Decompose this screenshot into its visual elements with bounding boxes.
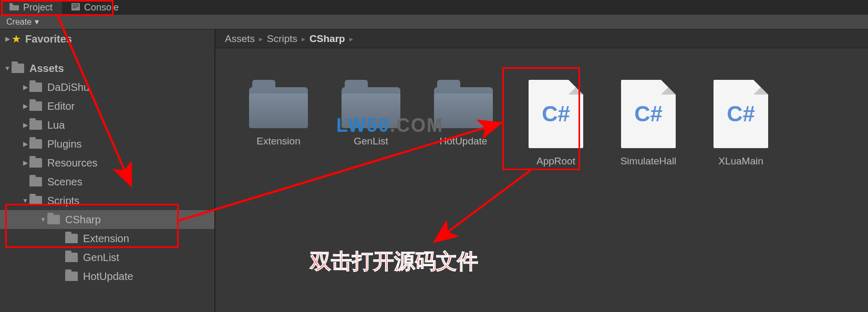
- folder-icon: [29, 158, 42, 168]
- tree-item-editor[interactable]: ▶ Editor: [0, 97, 214, 116]
- folder-icon: [434, 80, 493, 128]
- tree-item-scripts[interactable]: ▼ Scripts: [0, 191, 214, 210]
- folder-icon: [29, 196, 42, 205]
- tree-label: CSharp: [65, 214, 101, 226]
- breadcrumb-scripts[interactable]: Scripts: [267, 33, 297, 45]
- tree-label: Scripts: [47, 195, 79, 207]
- breadcrumb-label: CSharp: [309, 33, 345, 45]
- svg-rect-2: [73, 6, 79, 7]
- favorites-label: Favorites: [25, 33, 72, 45]
- tree-item-genlist[interactable]: GenList: [0, 248, 214, 267]
- create-label: Create: [6, 17, 32, 27]
- tab-console-label: Console: [84, 2, 119, 13]
- panel-tabs: Project Console: [0, 0, 868, 15]
- grid-file-approot[interactable]: C# AppRoot: [522, 80, 590, 167]
- toolbar: Create ▾: [0, 15, 868, 29]
- grid-label: HotUpdate: [440, 136, 488, 147]
- folder-icon: [65, 253, 78, 262]
- expand-icon[interactable]: ▶: [21, 159, 29, 167]
- tree-item-scenes[interactable]: Scenes: [0, 172, 214, 191]
- folder-icon: [9, 2, 19, 13]
- tree-label: DaDiShu: [47, 81, 89, 93]
- grid-file-xluamain[interactable]: C# XLuaMain: [707, 80, 774, 167]
- csharp-file-icon: C#: [621, 80, 676, 148]
- folder-icon: [29, 139, 42, 149]
- tree-label: Extension: [83, 233, 129, 245]
- tree-label: Scenes: [47, 176, 82, 188]
- cs-symbol: C#: [634, 101, 663, 127]
- folder-icon: [342, 80, 400, 128]
- create-dropdown[interactable]: Create ▾: [6, 17, 39, 27]
- chevron-right-icon: ▸: [259, 35, 263, 43]
- breadcrumb: Assets ▸ Scripts ▸ CSharp ▸: [215, 29, 868, 48]
- tree-item-hotupdate[interactable]: HotUpdate: [0, 267, 214, 286]
- tree-label: Resources: [47, 157, 98, 169]
- expand-icon[interactable]: ▶: [21, 102, 29, 110]
- breadcrumb-assets[interactable]: Assets: [225, 33, 255, 45]
- tree-item-plugins[interactable]: ▶ Plugins: [0, 134, 214, 153]
- grid-label: GenList: [354, 136, 388, 147]
- svg-rect-1: [73, 4, 79, 5]
- expand-icon[interactable]: ▼: [3, 65, 12, 72]
- tab-project[interactable]: Project: [0, 0, 62, 15]
- project-tree: ▶ ★ Favorites ▼ Assets ▶ DaDiShu ▶ Edito…: [0, 29, 215, 312]
- content-panel: Assets ▸ Scripts ▸ CSharp ▸ Extension Ge…: [215, 29, 868, 312]
- tree-item-lua[interactable]: ▶ Lua: [0, 116, 214, 134]
- grid-folder-hotupdate[interactable]: HotUpdate: [430, 80, 497, 167]
- folder-icon: [29, 120, 42, 130]
- assets-label: Assets: [29, 63, 64, 75]
- tree-item-resources[interactable]: ▶ Resources: [0, 153, 214, 172]
- tree-assets[interactable]: ▼ Assets: [0, 59, 214, 78]
- tree-item-csharp[interactable]: ▼ CSharp: [0, 210, 214, 229]
- console-icon: [71, 2, 80, 13]
- asset-grid: Extension GenList HotUpdate C# AppRoot C…: [215, 48, 868, 199]
- grid-file-simulatehall[interactable]: C# SimulateHall: [615, 80, 682, 167]
- svg-rect-3: [73, 7, 77, 8]
- tree-label: HotUpdate: [83, 271, 133, 283]
- folder-icon: [12, 64, 24, 73]
- cs-symbol: C#: [727, 101, 755, 127]
- grid-label: XLuaMain: [718, 155, 763, 167]
- tree-label: GenList: [83, 252, 119, 264]
- tab-console[interactable]: Console: [62, 0, 128, 15]
- folder-icon: [47, 215, 60, 224]
- tree-label: Lua: [47, 119, 65, 131]
- chevron-right-icon: ▸: [302, 35, 305, 43]
- folder-icon: [249, 80, 308, 128]
- breadcrumb-label: Scripts: [267, 33, 297, 45]
- chevron-down-icon: ▾: [35, 17, 39, 27]
- folder-icon: [29, 101, 42, 111]
- csharp-file-icon: C#: [529, 80, 583, 148]
- grid-label: SimulateHall: [621, 155, 677, 167]
- expand-icon[interactable]: ▼: [21, 197, 29, 204]
- folder-icon: [29, 82, 42, 92]
- tab-project-label: Project: [23, 2, 53, 13]
- folder-icon: [29, 177, 42, 186]
- grid-folder-extension[interactable]: Extension: [245, 80, 312, 167]
- expand-icon[interactable]: ▶: [21, 84, 29, 91]
- tree-item-dadishu[interactable]: ▶ DaDiShu: [0, 78, 214, 97]
- expand-icon[interactable]: ▶: [21, 140, 29, 148]
- tree-item-extension[interactable]: Extension: [0, 229, 214, 248]
- expand-icon[interactable]: ▶: [21, 121, 29, 129]
- expand-icon[interactable]: ▶: [3, 35, 12, 43]
- tree-favorites[interactable]: ▶ ★ Favorites: [0, 29, 214, 48]
- folder-icon: [65, 234, 78, 243]
- star-icon: ★: [12, 33, 21, 45]
- folder-icon: [65, 272, 78, 281]
- cs-symbol: C#: [542, 101, 570, 127]
- chevron-right-icon: ▸: [349, 35, 353, 43]
- grid-label: Extension: [256, 136, 300, 147]
- tree-label: Editor: [47, 100, 75, 112]
- tree-label: Plugins: [47, 138, 82, 150]
- breadcrumb-label: Assets: [225, 33, 255, 45]
- breadcrumb-csharp[interactable]: CSharp: [309, 33, 345, 45]
- expand-icon[interactable]: ▼: [39, 216, 47, 223]
- csharp-file-icon: C#: [714, 80, 768, 148]
- grid-label: AppRoot: [536, 155, 575, 167]
- grid-folder-genlist[interactable]: GenList: [337, 80, 405, 167]
